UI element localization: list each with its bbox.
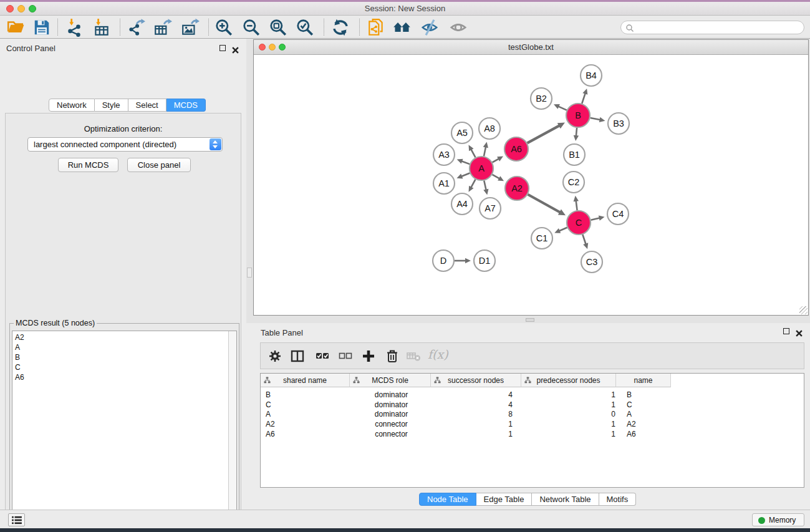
select-all-checkboxes-icon[interactable] [315, 349, 330, 364]
cell-successor-nodes[interactable]: 8 [432, 409, 523, 419]
list-scrollbar[interactable] [228, 331, 236, 532]
network-canvas[interactable]: B4B2BB3A5A8A6A3B1AA1C2A2A4A7CC4C1C3DD1 [254, 56, 808, 315]
edge-A-A1[interactable] [461, 173, 470, 177]
table-options-gear-icon[interactable] [268, 349, 282, 364]
task-history-button[interactable] [8, 513, 25, 526]
column-header-MCDS-role[interactable]: MCDS role [350, 374, 431, 387]
tab-node-table[interactable]: Node Table [419, 493, 476, 506]
cell-predecessor-nodes[interactable]: 1 [523, 429, 619, 439]
edge-C-C2[interactable] [576, 200, 577, 210]
close-panel-icon[interactable] [232, 45, 239, 52]
deselect-all-checkboxes-icon[interactable] [338, 349, 353, 364]
edge-A-A5[interactable] [471, 148, 476, 157]
tab-select[interactable]: Select [128, 99, 166, 112]
cell-MCDS-role[interactable]: dominator [350, 400, 432, 410]
search-field[interactable] [620, 21, 804, 34]
cell-name[interactable]: A2 [619, 419, 674, 429]
table-row-B[interactable]: Bdominator41B [261, 390, 674, 400]
new-network-document-icon[interactable] [367, 18, 385, 37]
mcds-result-item[interactable]: A6 [12, 372, 236, 382]
zoom-in-icon[interactable] [215, 18, 233, 37]
export-image-icon[interactable] [181, 18, 200, 37]
tab-edge-table[interactable]: Edge Table [476, 493, 533, 506]
split-divider-handle[interactable] [247, 268, 252, 278]
column-header-predecessor-nodes[interactable]: predecessor nodes [521, 374, 616, 387]
edge-C-C3[interactable] [582, 235, 586, 245]
edge-C-C4[interactable] [591, 218, 600, 220]
export-network-icon[interactable] [127, 18, 146, 37]
cell-predecessor-nodes[interactable]: 0 [523, 409, 619, 419]
go-home-icon[interactable] [393, 18, 412, 37]
zoom-selected-icon[interactable] [296, 18, 314, 37]
refresh-layout-icon[interactable] [331, 18, 350, 37]
edge-A-A2[interactable] [492, 175, 500, 179]
zoom-fit-icon[interactable] [269, 18, 287, 37]
edge-A-A8[interactable] [484, 146, 486, 156]
close-panel-icon[interactable] [796, 328, 803, 335]
edge-C-C1[interactable] [559, 228, 567, 231]
edge-A-A7[interactable] [484, 181, 486, 191]
column-header-name[interactable]: name [616, 374, 671, 387]
tab-style[interactable]: Style [95, 99, 128, 112]
cell-MCDS-role[interactable]: connector [350, 419, 432, 429]
cell-shared-name[interactable]: C [261, 400, 350, 410]
cell-shared-name[interactable]: A [261, 409, 350, 419]
edge-B-B1[interactable] [576, 128, 577, 137]
tab-motifs[interactable]: Motifs [599, 493, 637, 506]
show-column-panel-icon[interactable] [290, 349, 305, 364]
import-table-icon[interactable] [92, 18, 111, 37]
edge-B-B3[interactable] [591, 118, 601, 120]
tab-mcds[interactable]: MCDS [166, 99, 206, 112]
mcds-result-item[interactable]: A2 [12, 332, 236, 342]
import-network-icon[interactable] [65, 18, 84, 37]
cell-MCDS-role[interactable]: dominator [350, 409, 432, 419]
cell-MCDS-role[interactable]: dominator [350, 390, 432, 400]
open-folder-icon[interactable] [6, 18, 25, 37]
show-graphics-details-icon[interactable] [449, 18, 468, 37]
cell-shared-name[interactable]: A6 [261, 429, 350, 439]
cell-predecessor-nodes[interactable]: 1 [523, 419, 619, 429]
float-panel-icon[interactable] [783, 328, 789, 334]
edge-A2-C[interactable] [528, 195, 561, 213]
search-input[interactable] [637, 22, 799, 33]
cell-name[interactable]: B [619, 390, 674, 400]
edge-B-B4[interactable] [582, 93, 586, 104]
export-table-icon[interactable] [153, 18, 172, 37]
table-row-A[interactable]: Adominator80A [261, 409, 674, 419]
save-icon[interactable] [32, 18, 51, 37]
close-panel-button[interactable]: Close panel [127, 158, 191, 172]
column-header-shared-name[interactable]: shared name [261, 374, 350, 387]
cell-name[interactable]: A [619, 409, 674, 419]
cell-successor-nodes[interactable]: 1 [432, 419, 523, 429]
cell-successor-nodes[interactable]: 4 [432, 400, 523, 410]
memory-button[interactable]: Memory [752, 513, 804, 526]
run-mcds-button[interactable]: Run MCDS [58, 158, 118, 172]
mcds-result-item[interactable]: A [12, 342, 236, 352]
node-table[interactable]: shared nameMCDS rolesuccessor nodesprede… [260, 373, 804, 488]
cell-predecessor-nodes[interactable]: 1 [523, 390, 619, 400]
mcds-result-item[interactable]: C [12, 362, 236, 372]
mcds-result-item[interactable]: B [12, 352, 236, 362]
table-row-C[interactable]: Cdominator41C [261, 400, 674, 410]
window-resize-grip[interactable] [799, 306, 808, 314]
float-panel-icon[interactable] [219, 45, 226, 51]
cell-name[interactable]: C [619, 400, 674, 410]
mcds-result-list[interactable]: A2ABCA6 [12, 331, 237, 532]
column-header-successor-nodes[interactable]: successor nodes [431, 374, 521, 387]
edge-A6-B[interactable] [528, 125, 560, 143]
tab-network[interactable]: Network [49, 99, 95, 112]
edge-A-A4[interactable] [471, 180, 476, 188]
tab-network-table[interactable]: Network Table [532, 493, 599, 506]
cell-shared-name[interactable]: B [261, 390, 350, 400]
add-column-icon[interactable] [361, 349, 376, 364]
table-row-A6[interactable]: A6connector11A6 [261, 429, 674, 439]
zoom-out-icon[interactable] [242, 18, 261, 37]
cell-successor-nodes[interactable]: 4 [432, 390, 523, 400]
table-row-A2[interactable]: A2connector11A2 [261, 419, 674, 429]
edge-B-B2[interactable] [557, 106, 566, 110]
delete-columns-icon[interactable] [385, 349, 400, 364]
split-divider-handle[interactable] [526, 318, 534, 322]
edge-A-A3[interactable] [461, 161, 470, 164]
cell-MCDS-role[interactable]: connector [350, 429, 432, 439]
cell-successor-nodes[interactable]: 1 [432, 429, 523, 439]
